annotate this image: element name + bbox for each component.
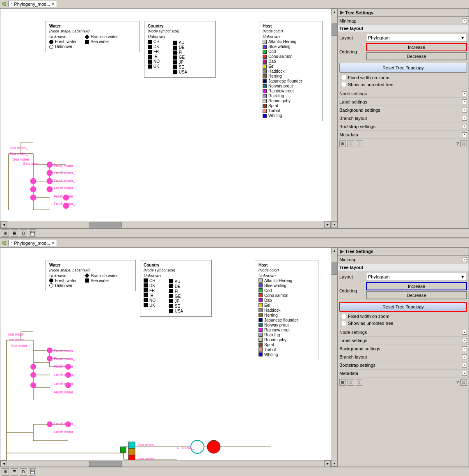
pane2-metadata-label: Metadata (339, 371, 462, 376)
hscroll-thumb[interactable] (89, 222, 122, 228)
pane2-branch-layout-expand-btn[interactable]: + (462, 354, 467, 359)
pane1-tab[interactable]: * Phylogeny_mod... × (8, 1, 57, 7)
help-text: ? (456, 141, 459, 146)
settings-icon1[interactable]: ⊞ (339, 140, 346, 147)
layout-dropdown[interactable]: Phylogram ▼ (366, 34, 467, 42)
svg-text:Fresh water_: Fresh water_ (54, 202, 76, 206)
tree-layout-label: Tree layout (339, 26, 363, 31)
square-icon (169, 289, 173, 293)
ordering-increase-btn[interactable]: Increase (366, 43, 467, 51)
pane2-hscroll-track[interactable] (7, 460, 324, 467)
pane1-legend-item: Brackish water (85, 34, 118, 39)
fixed-width-row: Fixed width on zoom (339, 74, 467, 81)
pane1-settings-panel: ▶ Tree Settings Minimap + Tree layout La… (337, 9, 469, 228)
node-settings-expand-btn[interactable]: + (462, 91, 467, 96)
bootstrap-settings-expand-btn[interactable]: + (462, 124, 467, 129)
pane2-bootstrap-settings-expand-btn[interactable]: + (462, 363, 467, 368)
pane2-minimap-expand-btn[interactable]: + (462, 257, 467, 262)
pane2-show-unrooted-checkbox[interactable] (341, 321, 346, 326)
pane2-hscroll-thumb[interactable] (89, 461, 122, 467)
pane2-vscroll-thumb[interactable] (332, 262, 337, 275)
pane2-settings-icon3[interactable]: □ (356, 379, 362, 386)
tree-layout-content: Layout Phylogram ▼ Ordering Increase Dec… (338, 32, 469, 90)
toolbar-btn-2[interactable]: ≣ (11, 229, 18, 237)
pane2-label-settings-row: Label settings + (338, 337, 469, 345)
tree-node (47, 347, 53, 353)
metadata-expand-btn[interactable]: + (462, 132, 467, 137)
ordering-decrease-btn[interactable]: Decrease (366, 52, 467, 60)
label-settings-row: Label settings + (338, 98, 469, 106)
show-unrooted-checkbox[interactable] (341, 82, 346, 87)
pane2-country-legend-subtitle: (Node symbol size) (144, 268, 208, 272)
svg-text:Sea water: Sea water (13, 157, 30, 161)
tree-node (30, 178, 36, 184)
pane2-scroll-left-btn[interactable]: ◀ (0, 460, 7, 467)
color-swatch (259, 283, 263, 287)
pane2-toolbar-btn-1[interactable]: ⊞ (2, 468, 9, 476)
pane2-tab-close[interactable]: × (52, 241, 54, 245)
scroll-up-btn[interactable]: ▲ (331, 9, 338, 15)
pane2-reset-tree-topology-btn[interactable]: Reset Tree Topology (339, 302, 467, 312)
pane2-branch-layout-row: Branch layout + (338, 353, 469, 361)
settings-icon2[interactable]: □ (348, 140, 354, 147)
diamond-icon (85, 273, 89, 278)
pane2-toolbar-btn-2[interactable]: ≣ (11, 468, 18, 476)
pane2-node-settings-expand-btn[interactable]: + (462, 330, 467, 335)
label-settings-expand-btn[interactable]: + (462, 99, 467, 104)
scroll-right-btn[interactable]: ▶ (324, 221, 331, 228)
square-icon (169, 299, 173, 303)
pane2-help-text: ? (456, 380, 459, 385)
toolbar-btn-3[interactable]: 🗋 (20, 229, 27, 237)
pane2-layout-dropdown[interactable]: Phylogram ▼ (366, 273, 467, 281)
pane2-label-settings-expand-btn[interactable]: + (462, 338, 467, 343)
toolbar-btn-4[interactable]: 💾 (29, 229, 36, 237)
color-swatch (263, 64, 267, 69)
node-settings-row: Node settings + (338, 90, 469, 98)
pane2-tree-layout-content: Layout Phylogram ▼ Ordering Increase Dec… (338, 271, 469, 329)
pane1-canvas: Water (Node shape, Label text) Unknown F… (0, 9, 331, 221)
layout-row: Layout Phylogram ▼ (339, 34, 467, 42)
scroll-left-btn[interactable]: ◀ (0, 221, 7, 228)
settings-icon3[interactable]: □ (356, 140, 362, 147)
pane2-toolbar-btn-3[interactable]: 🗋 (20, 468, 27, 476)
branch-layout-expand-btn[interactable]: + (462, 116, 467, 121)
pane2-scroll-up-btn[interactable]: ▲ (331, 248, 338, 254)
reset-tree-topology-btn[interactable]: Reset Tree Topology (339, 63, 467, 73)
pane2-tab[interactable]: * Phylogeny_mod... × (8, 240, 57, 246)
metadata-label: Metadata (339, 132, 462, 137)
square-icon (144, 283, 148, 287)
pane2-scroll-right-btn[interactable]: ▶ (324, 460, 331, 467)
tree-node-rect (128, 455, 135, 460)
vscroll-track[interactable] (331, 15, 337, 221)
pane2-ordering-decrease-btn[interactable]: Decrease (366, 291, 467, 299)
pane2-ordering-buttons: Increase Decrease (366, 282, 467, 299)
pane1-settings-title: ▶ Tree Settings (338, 9, 469, 17)
ordering-label-text: Ordering (339, 49, 366, 54)
pane2-toolbar-btn-4[interactable]: 💾 (29, 468, 36, 476)
pane2-vscroll-track[interactable] (331, 254, 337, 460)
pane1-tab-close[interactable]: × (52, 2, 54, 6)
pane2-background-settings-expand-btn[interactable]: + (462, 346, 467, 351)
scroll-down-btn[interactable]: ▼ (331, 221, 338, 228)
pane2-titlebar: 🌿 * Phylogeny_mod... × (0, 239, 469, 247)
settings-help-btn[interactable]: □ (460, 140, 467, 147)
pane2-branch-layout-label: Branch layout (339, 354, 462, 359)
background-settings-expand-btn[interactable]: + (462, 108, 467, 113)
minimap-expand-btn[interactable]: + (462, 18, 467, 23)
pane2-bootstrap-settings-label: Bootstrap settings (339, 363, 462, 368)
tree-node (30, 364, 36, 370)
tree-node-rect (128, 448, 135, 455)
pane2-settings-icon2[interactable]: □ (348, 379, 354, 386)
vscroll-thumb[interactable] (332, 23, 337, 36)
hscroll-track[interactable] (7, 221, 324, 228)
pane2-ordering-increase-btn[interactable]: Increase (366, 282, 467, 290)
square-icon (144, 303, 148, 307)
fixed-width-checkbox[interactable] (341, 75, 346, 80)
toolbar-btn-1[interactable]: ⊞ (2, 229, 9, 237)
pane2-fixed-width-checkbox[interactable] (341, 314, 346, 319)
pane1-tab-label: * Phylogeny_mod... (11, 2, 50, 7)
pane2-metadata-expand-btn[interactable]: + (462, 371, 467, 376)
pane2-settings-icon1[interactable]: ⊞ (339, 379, 346, 386)
pane2-scroll-down-btn[interactable]: ▼ (331, 460, 338, 467)
pane2-settings-help-btn[interactable]: □ (460, 379, 467, 386)
